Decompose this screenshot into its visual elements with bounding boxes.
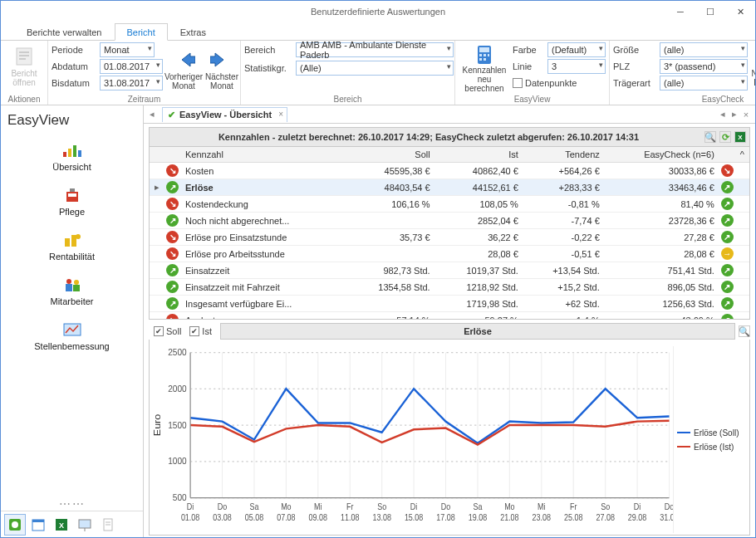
svg-text:2500: 2500 (168, 347, 186, 358)
svg-text:19.08: 19.08 (469, 513, 487, 523)
svg-text:31.08: 31.08 (660, 513, 673, 523)
svg-text:05.08: 05.08 (245, 513, 263, 523)
open-report-button: Bericht öffnen (4, 42, 44, 90)
svg-text:So: So (377, 502, 386, 512)
chart-title: Erlöse (220, 323, 735, 340)
export-excel-icon[interactable]: X (734, 131, 746, 143)
color-combo[interactable]: (Default) (547, 42, 606, 57)
table-row[interactable]: ↘Erlöse pro Arbeitsstunde28,08 €-0,51 €2… (150, 246, 749, 262)
datapoints-checkbox[interactable]: Datenpunkte (513, 78, 577, 88)
search-icon[interactable]: 🔍 (704, 131, 716, 143)
svg-rect-27 (65, 238, 70, 247)
status-banner: Kennzahlen - zuletzt berechnet: 26.10.20… (149, 127, 750, 147)
svg-text:25.08: 25.08 (564, 513, 582, 523)
document-tab-easyview[interactable]: ✔ EasyView - Übersicht × (162, 107, 287, 122)
svg-rect-22 (73, 145, 76, 157)
view-calendar-icon[interactable] (27, 514, 49, 536)
svg-text:Mi: Mi (538, 502, 545, 512)
svg-point-36 (12, 521, 18, 528)
svg-rect-20 (63, 152, 66, 157)
svg-rect-31 (66, 284, 72, 291)
svg-rect-9 (484, 54, 486, 56)
collapse-panel-icon[interactable]: ◂ (147, 109, 157, 120)
next-doc-icon[interactable]: ▸ (729, 109, 740, 120)
recalc-button[interactable]: Kennzahlen neu berechnen (459, 42, 510, 90)
view-excel-icon[interactable]: X (51, 514, 72, 536)
ribbon-group-period-label: Zeitraum (52, 94, 237, 105)
table-row[interactable]: ↗Einsatzzeit982,73 Std.1019,37 Std.+13,5… (150, 262, 749, 279)
maximize-button[interactable]: ☐ (695, 1, 725, 22)
svg-text:17.08: 17.08 (436, 513, 454, 523)
svg-marker-4 (182, 53, 195, 66)
svg-text:21.08: 21.08 (500, 513, 518, 523)
svg-rect-2 (19, 55, 29, 56)
arrow-left-icon (171, 47, 196, 72)
prev-month-button[interactable]: Vorheriger Monat (165, 46, 202, 94)
svg-rect-3 (19, 58, 26, 60)
chart-area: 5001000150020002500EuroDi01.08Do03.08Sa0… (149, 340, 750, 536)
trend-down-icon: ↘ (166, 164, 179, 177)
table-row[interactable]: ↗Einsatzzeit mit Fahrzeit1354,58 Std.121… (150, 279, 749, 296)
legend-entry: Erlöse (Ist) (677, 443, 744, 452)
svg-text:Sa: Sa (249, 502, 259, 512)
to-date-input[interactable]: 31.08.2017 (100, 76, 163, 90)
sidebar-item-rentabilität[interactable]: Rentabilität (1, 225, 143, 270)
sidebar-item-pflege[interactable]: Pflege (1, 180, 143, 225)
view-presentation-icon[interactable] (74, 514, 96, 536)
line-combo[interactable]: 3 (547, 59, 606, 74)
sidebar-item-übersicht[interactable]: Übersicht (1, 135, 143, 180)
ist-checkbox[interactable]: ✔Ist (189, 326, 212, 336)
area-combo[interactable]: AMB AMB - Ambulante Dienste Paderb (296, 42, 454, 57)
trend-up-icon: ↗ (166, 281, 179, 293)
svg-text:27.08: 27.08 (596, 513, 614, 523)
table-row[interactable]: ↗Insgesamt verfügbare Ei...1719,98 Std.+… (150, 296, 749, 312)
close-tab-icon[interactable]: × (278, 110, 283, 119)
soll-checkbox[interactable]: ✔Soll (154, 326, 181, 336)
nav-icon (1, 140, 143, 160)
view-document-icon[interactable] (97, 514, 119, 536)
doc-close-icon[interactable]: × (740, 110, 752, 120)
svg-rect-7 (479, 47, 489, 52)
minimize-button[interactable]: ─ (665, 1, 695, 22)
trend-up-icon: ↗ (721, 297, 734, 310)
local-areas-button[interactable]: Nur lokale Bereiche (750, 42, 756, 90)
refresh-icon[interactable]: ⟳ (719, 131, 731, 143)
view-easyview-icon[interactable] (4, 514, 26, 536)
svg-text:Mo: Mo (281, 502, 291, 512)
svg-text:X: X (59, 521, 64, 530)
tab-manage-reports[interactable]: Berichte verwalten (14, 23, 115, 40)
svg-text:Do: Do (441, 502, 450, 512)
next-month-button[interactable]: Nächster Monat (204, 46, 240, 94)
sidebar-toolbar: X (1, 511, 143, 537)
ribbon-group-easyview-label: EasyView (459, 94, 606, 105)
prev-doc-icon[interactable]: ◂ (717, 109, 729, 120)
close-button[interactable]: ✕ (725, 1, 755, 22)
table-row[interactable]: ▸↗Erlöse48403,54 €44152,61 €+283,33 €334… (150, 179, 749, 196)
calculator-icon (472, 44, 497, 66)
chart-zoom-icon[interactable]: 🔍 (739, 325, 750, 337)
svg-text:09.08: 09.08 (309, 513, 327, 523)
period-combo[interactable]: Monat (100, 42, 155, 57)
table-row[interactable]: ↘Auslastung57,14 %59,27 %-1,4 %43,69 %↗ (150, 312, 749, 320)
table-row[interactable]: ↘Kosten45595,38 €40862,40 €+564,26 €3003… (150, 163, 749, 179)
sidebar-item-mitarbeiter[interactable]: Mitarbeiter (1, 270, 143, 315)
statgroup-combo[interactable]: (Alle) (296, 61, 454, 76)
nav-icon (1, 275, 143, 295)
trend-up-icon: ↗ (721, 181, 734, 193)
carrier-combo[interactable]: (alle) (660, 76, 748, 90)
kpi-grid[interactable]: Kennzahl Soll Ist Tendenz EasyCheck (n=6… (150, 147, 749, 320)
trend-up-icon: ↗ (721, 281, 734, 293)
from-date-input[interactable]: 01.08.2017 (100, 59, 163, 74)
sidebar-more-icon[interactable]: ⋯⋯ (1, 497, 143, 511)
table-row[interactable]: ↘Erlöse pro Einsatzstunde35,73 €36,22 €-… (150, 229, 749, 246)
table-row[interactable]: ↘Kostendeckung106,16 %108,05 %-0,81 %81,… (150, 196, 749, 213)
plz-combo[interactable]: 3* (passend) (660, 59, 748, 74)
svg-text:Di: Di (634, 502, 641, 512)
sidebar-item-stellenbemessung[interactable]: Stellenbemessung (1, 315, 143, 359)
tab-report[interactable]: Bericht (115, 23, 168, 41)
trend-up-icon: ↗ (721, 214, 734, 227)
table-row[interactable]: ↗Noch nicht abgerechnet...2852,04 €-7,74… (150, 213, 749, 229)
svg-rect-41 (79, 520, 91, 528)
size-combo[interactable]: (alle) (660, 42, 748, 57)
tab-extras[interactable]: Extras (168, 23, 218, 40)
